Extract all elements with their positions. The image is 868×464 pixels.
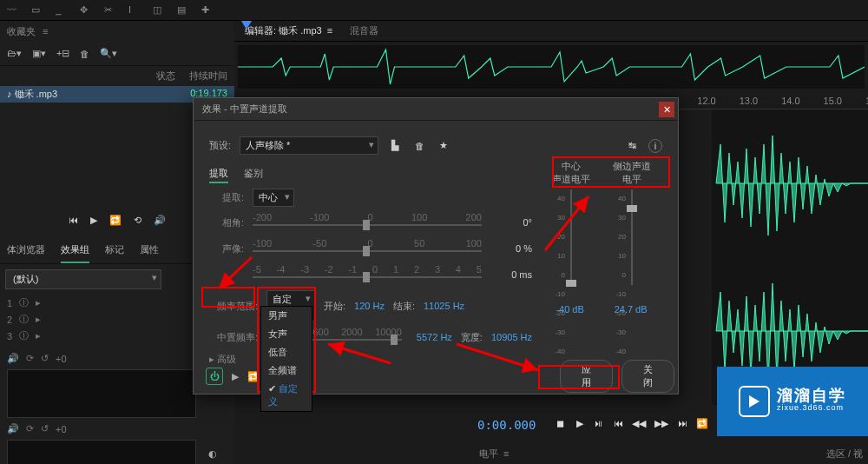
dialog-footer: ⏻ ▶ 🔁 应用 关闭 xyxy=(206,368,260,385)
preview-play-icon[interactable]: ▶ xyxy=(232,371,239,382)
range-dropdown[interactable]: 男声 女声 低音 全频谱 自定义 xyxy=(260,306,312,412)
play-main-icon[interactable]: ▶ xyxy=(574,418,584,432)
move-icon[interactable]: ✥ xyxy=(80,4,92,17)
main-tabs: 编辑器: 锄禾 .mp3 ≡ 混音器 xyxy=(234,21,868,42)
favorites-label: 收藏夹 xyxy=(7,25,36,38)
center-label: 中置频率: xyxy=(209,331,258,344)
loop-icon[interactable]: 🔁 xyxy=(109,215,122,226)
play-icon[interactable]: ▶ xyxy=(90,215,97,226)
trash-icon[interactable]: 🗑 xyxy=(80,49,89,59)
app-toolbar: 〰 ▭ ⎯ ✥ ✂ I ◫ ▤ ✚ xyxy=(0,0,868,21)
import-icon[interactable]: +⊟ xyxy=(56,48,69,59)
waveform-icon[interactable]: 〰 xyxy=(7,4,19,17)
col-duration: 持续时间 xyxy=(175,70,227,83)
auto-play-icon[interactable]: ⟲ xyxy=(134,215,141,226)
healing-icon[interactable]: ✚ xyxy=(201,4,214,17)
favorite-icon[interactable]: ★ xyxy=(436,140,451,151)
cut-icon[interactable]: ✂ xyxy=(104,4,116,17)
tab-editor[interactable]: 编辑器: 锄禾 .mp3 ≡ xyxy=(245,24,332,37)
side-level-slider[interactable]: 403020100-10-20-30-40 xyxy=(610,189,654,302)
watermark: 溜溜自学 zixue.3d66.com xyxy=(717,367,868,436)
main-waveform[interactable] xyxy=(712,109,868,405)
file-name: 锄禾 .mp3 xyxy=(15,89,58,99)
route-icon[interactable]: ↹ xyxy=(624,140,640,151)
loop-main-icon[interactable]: 🔁 xyxy=(696,418,708,432)
next-icon[interactable]: ⏭ xyxy=(677,418,687,432)
extract-select[interactable]: 中心 xyxy=(253,189,294,207)
preset-select[interactable]: (默认) xyxy=(5,269,161,289)
fx-toggle-3[interactable]: Ⓘ xyxy=(19,329,29,342)
tab-marker[interactable]: 标记 xyxy=(105,243,124,263)
eraser-icon[interactable]: ◫ xyxy=(153,4,165,17)
start-value[interactable]: 120 Hz xyxy=(354,301,385,311)
col-status: 状态 xyxy=(141,70,175,83)
dialog-titlebar[interactable]: 效果 - 中置声道提取 ✕ xyxy=(194,98,678,121)
annotation-box-levels xyxy=(552,156,670,188)
rew-icon[interactable]: ◀◀ xyxy=(632,418,646,432)
panel-menu-icon[interactable]: ≡ xyxy=(43,26,48,36)
stop-icon[interactable]: ◼ xyxy=(555,418,565,432)
power-icon[interactable]: ⏻ xyxy=(206,368,223,385)
search-icon[interactable]: 🔍▾ xyxy=(100,48,117,59)
record-icon[interactable]: ▣▾ xyxy=(32,48,46,59)
ffw-icon[interactable]: ▶▶ xyxy=(654,418,668,432)
end-value[interactable]: 11025 Hz xyxy=(424,301,464,311)
preset-row: 预设: 人声移除 * ▙ 🗑 ★ ↹ i xyxy=(209,136,662,155)
pan-value: 0 % xyxy=(490,243,532,254)
save-preset-icon[interactable]: ▙ xyxy=(387,140,403,151)
option-full[interactable]: 全频谱 xyxy=(261,361,312,380)
tab-fx[interactable]: 效果组 xyxy=(61,243,89,263)
val-0-1: +0 xyxy=(56,354,67,364)
close-button[interactable]: 关闭 xyxy=(621,360,674,393)
volume-icon[interactable]: 🔊 xyxy=(154,215,166,226)
fx-toggle-1[interactable]: Ⓘ xyxy=(19,296,29,309)
width-value[interactable]: 10905 Hz xyxy=(491,332,532,342)
time-display: 0:00.000 xyxy=(477,418,537,432)
overview-waveform[interactable] xyxy=(238,45,865,89)
mini-meter-2 xyxy=(7,440,196,464)
info-icon[interactable]: i xyxy=(648,139,662,153)
mini-meter-1 xyxy=(7,369,196,418)
option-custom[interactable]: 自定义 xyxy=(261,380,312,411)
preset-label: 预设: xyxy=(209,139,231,152)
delay-value: 0 ms xyxy=(490,269,532,280)
tab-identify[interactable]: 鉴别 xyxy=(244,167,263,183)
close-icon[interactable]: ✕ xyxy=(659,102,674,117)
brush-icon[interactable]: ▤ xyxy=(177,4,189,17)
playhead-icon[interactable] xyxy=(241,21,252,30)
fx-toggle-2[interactable]: Ⓘ xyxy=(19,313,29,326)
pause-icon[interactable]: ⏯ xyxy=(594,418,604,432)
file-columns: 状态 持续时间 xyxy=(0,66,234,86)
preset-select-dialog[interactable]: 人声移除 * xyxy=(240,136,378,155)
delay-slider[interactable]: -5-4-3-2-1012345 xyxy=(253,264,482,285)
watermark-logo-icon xyxy=(739,386,770,417)
file-toolbar: 🗁▾ ▣▾ +⊟ 🗑 🔍▾ xyxy=(0,42,234,66)
end-label: 结束: xyxy=(393,300,415,313)
tab-mixer[interactable]: 混音器 xyxy=(350,24,378,37)
option-female[interactable]: 女声 xyxy=(261,325,312,343)
angle-slider[interactable]: -200-1000100200 xyxy=(253,212,482,233)
option-male[interactable]: 男声 xyxy=(261,307,312,325)
cursor-icon[interactable]: I xyxy=(128,4,141,17)
multitrack-icon[interactable]: ▭ xyxy=(31,4,43,17)
level-label: 电平 ≡ xyxy=(479,447,510,461)
open-icon[interactable]: 🗁▾ xyxy=(7,48,22,59)
selection-label: 选区 / 视 xyxy=(826,447,863,461)
skip-back-icon[interactable]: ⏮ xyxy=(69,215,78,225)
pan-label: 声像: xyxy=(209,242,244,255)
tab-attr[interactable]: 属性 xyxy=(140,243,159,263)
pan-slider[interactable]: -100-50050100 xyxy=(253,238,482,259)
val-0-2: +0 xyxy=(56,424,67,434)
fx-icon-wet[interactable]: ◐ xyxy=(208,448,234,460)
center-value[interactable]: 5572 Hz xyxy=(411,332,452,342)
tab-browser[interactable]: 体浏览器 xyxy=(7,243,45,263)
prev-icon[interactable]: ⏮ xyxy=(613,418,623,432)
tab-extract[interactable]: 提取 xyxy=(209,167,228,183)
width-label: 宽度: xyxy=(461,331,483,344)
watermark-title: 溜溜自学 xyxy=(777,389,846,401)
angle-value: 0° xyxy=(490,217,532,228)
timeline-icon[interactable]: ⎯ xyxy=(56,4,68,17)
option-bass[interactable]: 低音 xyxy=(261,343,312,361)
center-level-slider[interactable]: 403020100-10-20-30-40 xyxy=(549,189,593,302)
delete-preset-icon[interactable]: 🗑 xyxy=(411,141,427,151)
